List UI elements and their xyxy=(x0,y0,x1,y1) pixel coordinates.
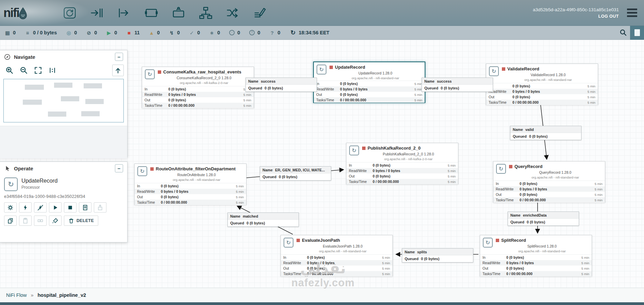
connection-name-key: Name xyxy=(513,128,523,132)
navigate-collapse-button[interactable]: − xyxy=(115,53,123,61)
stat-value: 0 (0 bytes) xyxy=(506,266,579,270)
connection-label[interactable]: Name valid Queued 0 (0 bytes) xyxy=(510,126,581,140)
start-button[interactable] xyxy=(49,202,62,213)
go-up-button[interactable] xyxy=(112,65,124,76)
logout-button[interactable]: LOG OUT xyxy=(598,14,619,19)
breadcrumb-separator: » xyxy=(31,292,33,298)
toolbar-input-port-button[interactable] xyxy=(89,5,105,21)
toolbar-label-button[interactable] xyxy=(252,5,268,21)
toolbar-output-port-button[interactable] xyxy=(116,5,132,21)
processor-node[interactable]: ↻ PublishKafkaRecord_2_0 PublishKafkaRec… xyxy=(346,143,458,184)
paste-button[interactable] xyxy=(19,216,32,226)
status-stopped: ■ 11 xyxy=(126,30,139,35)
connection-label[interactable]: Name success Queued 0 (0 bytes) xyxy=(422,78,493,92)
stat-value: 0 (0 bytes) xyxy=(168,98,241,102)
zoom-out-button[interactable] xyxy=(18,65,30,76)
refresh-icon[interactable]: ↻ xyxy=(290,30,295,36)
connection-name-value: matched xyxy=(243,214,258,218)
stat-row-out: Out 0 (0 bytes) 5 min xyxy=(493,192,605,197)
stat-value: 0 / 00:00:00.000 xyxy=(512,100,586,104)
status-invalid: ▲ 0 xyxy=(149,30,160,35)
status-count: 0 xyxy=(197,30,200,35)
breadcrumb-root-link[interactable]: NiFi Flow xyxy=(6,292,27,298)
group-button[interactable] xyxy=(34,216,47,226)
connection-queued-value: 0 (0 bytes) xyxy=(265,86,283,90)
minimap-node xyxy=(85,99,104,104)
upload-template-button[interactable] xyxy=(94,202,106,213)
processor-stats: In 0 (0 bytes) 5 min Read/Write 0 bytes … xyxy=(142,86,254,108)
connection-queued-value: 0 (0 bytes) xyxy=(421,257,439,261)
delete-button[interactable]: DELETE xyxy=(64,216,98,226)
search-button[interactable] xyxy=(616,26,630,40)
selected-component-name: UpdateRecord xyxy=(21,177,57,184)
enable-button[interactable] xyxy=(19,202,32,213)
connection-label[interactable]: Name enrichedData Queued 0 (0 bytes) xyxy=(508,211,579,226)
connection-queued-value: 0 (0 bytes) xyxy=(529,134,547,138)
stat-row-read-write: Read/Write 0 bytes / 0 bytes 5 min xyxy=(346,168,458,173)
toolbar-remote-process-group-button[interactable] xyxy=(171,5,186,21)
processor-icon: ↻ xyxy=(349,146,359,155)
locally-modified-icon: ∗ xyxy=(209,30,215,35)
processor-name: UpdateRecord xyxy=(335,65,423,70)
stat-row-read-write: Read/Write 0 bytes / 0 bytes 5 min xyxy=(142,92,254,97)
connection-queued-key: Queued xyxy=(230,221,244,225)
create-template-button[interactable] xyxy=(79,202,91,213)
processor-node[interactable]: ↻ ValidateRecord ValidateRecord 1.28.0 o… xyxy=(486,64,598,105)
connection-label[interactable]: Name ER, GEN_MED, ICU, MATE... Queued 0 … xyxy=(260,166,331,181)
disable-button[interactable] xyxy=(34,202,47,213)
stopped-icon: ■ xyxy=(126,30,132,35)
status-not-transmitting: ⊘ 0 xyxy=(86,30,97,35)
stat-row-out: Out 0 (0 bytes) 5 min xyxy=(281,266,392,271)
connection-label[interactable]: Name splits Queued 0 (0 bytes) xyxy=(402,248,473,262)
connection-name-row: Name matched xyxy=(228,213,299,220)
operate-collapse-button[interactable]: − xyxy=(115,164,123,172)
pointer-icon xyxy=(4,165,11,172)
toolbar-template-button[interactable] xyxy=(225,5,241,21)
processor-stats: In 0 (0 bytes) 5 min Read/Write 0 bytes … xyxy=(135,183,246,205)
connection-queued-value: 0 (0 bytes) xyxy=(247,221,265,225)
connection-label[interactable]: Name matched Queued 0 (0 bytes) xyxy=(227,213,299,227)
stat-value: 0 / 00:00:00.000 xyxy=(506,272,579,276)
copy-button[interactable] xyxy=(4,216,17,226)
navigate-header: Navigate − xyxy=(0,50,127,63)
minimap[interactable] xyxy=(3,79,124,122)
zoom-in-button[interactable] xyxy=(3,65,16,76)
zoom-fit-button[interactable] xyxy=(32,65,44,76)
processor-stats: In 0 (0 bytes) 5 min Read/Write 0 bytes … xyxy=(281,254,392,276)
panel-toggle-button[interactable] xyxy=(630,26,644,40)
play-icon xyxy=(52,204,58,211)
connection-name-row: Name splits xyxy=(402,249,473,255)
transmitting-icon: ◎ xyxy=(66,30,71,35)
canvas[interactable]: Navigate − xyxy=(0,40,644,288)
actual-size-button[interactable] xyxy=(46,65,58,76)
navigate-tools xyxy=(0,63,127,78)
nifi-drop-icon xyxy=(18,7,28,20)
toolbar-processor-button[interactable] xyxy=(62,5,78,21)
processor-node[interactable]: ↻ UpdateRecord UpdateRecord 1.28.0 org.a… xyxy=(313,62,425,103)
processor-node[interactable]: ↻ QueryRecord QueryRecord 1.28.0 org.apa… xyxy=(493,161,605,203)
toolbar-funnel-button[interactable] xyxy=(198,5,214,21)
process-group-icon xyxy=(144,6,158,20)
stat-row-tasks-time: Tasks/Time 0 / 00:00:00.000 5 min xyxy=(142,103,254,108)
toolbar-process-group-button[interactable] xyxy=(143,5,159,21)
fill-color-button[interactable] xyxy=(49,216,62,226)
configure-button[interactable] xyxy=(4,202,17,213)
stat-value: 0 bytes / 0 bytes xyxy=(161,189,234,193)
not-transmitting-icon: ⊘ xyxy=(86,30,91,35)
lightning-icon xyxy=(22,204,29,211)
stop-button[interactable] xyxy=(64,202,77,213)
connection-label[interactable]: Name success Queued 0 (0 bytes) xyxy=(245,78,317,92)
last-refresh-time: 18:34:56 EET xyxy=(299,30,329,35)
connection-name-value: splits xyxy=(417,250,427,254)
processor-node[interactable]: ↻ ConsumeKafka_raw_hospital_events Consu… xyxy=(142,67,254,108)
processor-type: UpdateRecord 1.28.0 xyxy=(327,71,423,75)
stat-value: 0 / 00:00:00.000 xyxy=(307,272,380,276)
processor-node[interactable]: ↻ EvaluateJsonPath EvaluateJsonPath 1.28… xyxy=(281,235,393,276)
stop-icon xyxy=(67,204,73,211)
processor-stats: In 0 (0 bytes) 5 min Read/Write 0 bytes … xyxy=(480,254,592,276)
connection-queued-key: Queued xyxy=(248,86,262,90)
global-menu-button[interactable] xyxy=(626,7,639,18)
processor-node[interactable]: ↻ SplitRecord SplitRecord 1.28.0 org.apa… xyxy=(480,235,592,276)
stat-value: 0 (0 bytes) xyxy=(161,184,234,188)
processor-node[interactable]: ↻ RouteOnAttribute_filterOnDepartment Ro… xyxy=(134,164,247,205)
